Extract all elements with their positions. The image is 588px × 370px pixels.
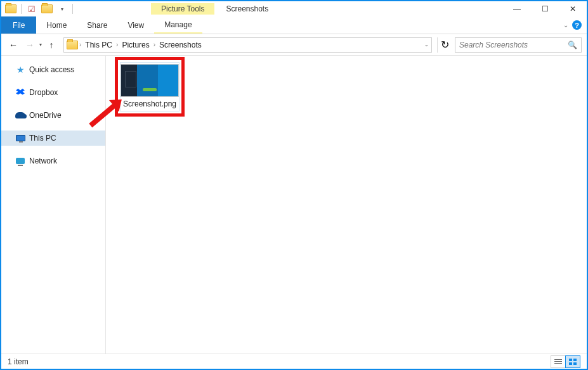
qat-dropdown-icon[interactable]: ▾ xyxy=(55,3,69,15)
chevron-right-icon[interactable]: › xyxy=(115,41,119,48)
tab-view[interactable]: View xyxy=(117,16,154,34)
chevron-right-icon[interactable]: › xyxy=(78,41,82,48)
svg-rect-6 xyxy=(573,362,577,365)
sidebar-item-onedrive[interactable]: OneDrive xyxy=(1,108,105,123)
maximize-button[interactable]: ☐ xyxy=(531,1,559,16)
chevron-down-icon[interactable]: ⌄ xyxy=(424,42,429,48)
breadcrumb-pictures[interactable]: Pictures xyxy=(119,38,152,52)
up-button[interactable]: ↑ xyxy=(44,38,58,52)
window-title: Screenshots xyxy=(226,4,268,13)
sidebar-item-label: Dropbox xyxy=(29,88,58,97)
minimize-button[interactable]: — xyxy=(503,1,531,16)
file-thumbnail xyxy=(121,64,179,97)
search-box[interactable]: 🔍 xyxy=(455,37,582,53)
divider xyxy=(72,4,73,14)
forward-button[interactable]: → xyxy=(23,38,37,52)
navigation-toolbar: ← → ▾ ↑ › This PC › Pictures › Screensho… xyxy=(1,34,587,56)
main-area: ★ Quick access Dropbox OneDrive This PC … xyxy=(1,56,587,354)
status-item-count: 1 item xyxy=(8,357,29,366)
sidebar-item-label: Quick access xyxy=(29,65,74,74)
network-icon xyxy=(15,156,25,166)
file-pane[interactable]: Screenshot.png xyxy=(106,56,587,354)
tab-manage[interactable]: Manage xyxy=(154,16,202,34)
dropbox-icon xyxy=(15,87,25,98)
chevron-right-icon[interactable]: › xyxy=(152,41,157,48)
back-button[interactable]: ← xyxy=(6,38,20,52)
svg-rect-0 xyxy=(554,359,562,360)
sidebar-item-network[interactable]: Network xyxy=(1,153,105,169)
sidebar-item-quick-access[interactable]: ★ Quick access xyxy=(1,62,105,77)
tab-share[interactable]: Share xyxy=(77,16,117,34)
thumbnails-view-icon xyxy=(569,359,577,365)
star-icon: ★ xyxy=(15,65,25,75)
svg-rect-5 xyxy=(569,362,572,365)
expand-ribbon-icon[interactable]: ⌄ xyxy=(563,22,568,29)
search-icon[interactable]: 🔍 xyxy=(568,41,577,49)
breadcrumb-screenshots[interactable]: Screenshots xyxy=(157,38,204,52)
breadcrumb-this-pc[interactable]: This PC xyxy=(82,38,115,52)
folder-icon xyxy=(67,39,78,51)
view-switcher xyxy=(551,355,580,368)
quick-access-toolbar: ☑ ▾ xyxy=(1,3,75,15)
window-controls: — ☐ ✕ xyxy=(503,1,587,16)
ribbon-tabs: File Home Share View Manage ⌄ ? xyxy=(1,16,587,34)
properties-qat-icon[interactable]: ☑ xyxy=(25,3,39,15)
folder-location-icon[interactable] xyxy=(4,3,18,15)
tab-home[interactable]: Home xyxy=(36,16,77,34)
details-view-icon xyxy=(554,359,562,365)
file-tab[interactable]: File xyxy=(1,16,36,34)
svg-rect-4 xyxy=(573,359,577,361)
recent-locations-icon[interactable]: ▾ xyxy=(39,42,42,48)
search-input[interactable] xyxy=(459,41,568,49)
navigation-pane: ★ Quick access Dropbox OneDrive This PC … xyxy=(1,56,106,354)
sidebar-item-dropbox[interactable]: Dropbox xyxy=(1,85,105,100)
new-folder-qat-icon[interactable] xyxy=(40,3,54,15)
address-bar[interactable]: › This PC › Pictures › Screenshots ⌄ xyxy=(63,37,432,53)
sidebar-item-label: OneDrive xyxy=(29,111,62,120)
this-pc-icon xyxy=(15,133,25,143)
svg-rect-2 xyxy=(554,363,562,364)
file-item-highlighted[interactable]: Screenshot.png xyxy=(115,57,185,117)
sidebar-item-this-pc[interactable]: This PC xyxy=(1,131,105,146)
thumbnails-view-button[interactable] xyxy=(565,355,580,368)
status-bar: 1 item xyxy=(1,354,587,369)
sidebar-item-label: Network xyxy=(29,156,57,165)
title-bar: ☑ ▾ Picture Tools Screenshots — ☐ ✕ xyxy=(1,1,587,16)
divider xyxy=(21,4,22,14)
refresh-button[interactable]: ↻ xyxy=(437,37,452,53)
sidebar-item-label: This PC xyxy=(29,134,56,143)
close-button[interactable]: ✕ xyxy=(559,1,587,16)
contextual-tab-header: Picture Tools xyxy=(151,3,214,15)
onedrive-icon xyxy=(15,110,25,120)
svg-rect-3 xyxy=(569,359,572,361)
file-name-label: Screenshot.png xyxy=(123,99,176,110)
details-view-button[interactable] xyxy=(551,355,566,368)
help-icon[interactable]: ? xyxy=(572,20,582,30)
svg-rect-1 xyxy=(554,361,562,362)
